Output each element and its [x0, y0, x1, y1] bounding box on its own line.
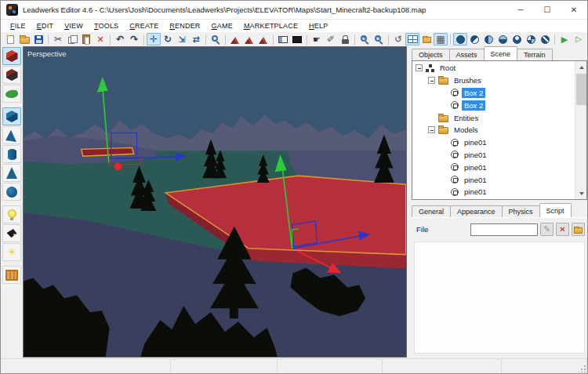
tree-row[interactable]: pine01	[412, 149, 574, 162]
tree-row[interactable]: Entities	[412, 111, 574, 124]
scene-tab-objects[interactable]: Objects	[412, 49, 450, 60]
menu-view[interactable]: View	[59, 21, 89, 31]
lock-selection-button[interactable]	[338, 33, 352, 45]
tree-row[interactable]: Box 2	[412, 99, 574, 111]
eyedropper-tool-button[interactable]: ✐	[324, 33, 338, 45]
script-file-input[interactable]	[470, 223, 538, 236]
tree-item-label[interactable]: Brushes	[452, 75, 484, 85]
undo-button[interactable]: ↶	[113, 33, 127, 45]
copy-button[interactable]	[65, 33, 79, 45]
run-game-debug-button[interactable]: ▷	[572, 33, 586, 45]
project-folder-button[interactable]	[419, 33, 434, 45]
tree-item-label[interactable]: Root	[437, 63, 458, 73]
render-mode-solid-button[interactable]	[453, 33, 467, 45]
minimize-button[interactable]: ─	[507, 1, 534, 19]
tree-item-label[interactable]: Box 2	[462, 100, 485, 111]
tree-item-label[interactable]: Box 2	[462, 88, 485, 98]
rotate-tool-button[interactable]: ↻	[161, 33, 175, 45]
primitive-box-button[interactable]	[2, 107, 21, 125]
delete-button[interactable]: ✕	[93, 33, 107, 45]
menu-render[interactable]: Render	[164, 21, 205, 31]
properties-tab-appearance[interactable]: Appearance	[450, 205, 503, 217]
tree-row[interactable]: pine01	[412, 186, 574, 198]
primitive-cylinder-button[interactable]	[2, 145, 21, 163]
menu-edit[interactable]: Edit	[31, 21, 59, 31]
tree-item-label[interactable]: Entities	[452, 113, 481, 123]
render-mode-4-button[interactable]	[495, 33, 510, 45]
render-mode-3-button[interactable]	[481, 33, 495, 45]
scene-tab-scene[interactable]: Scene	[484, 46, 518, 60]
menu-help[interactable]: Help	[303, 21, 333, 31]
viewport-layout-button[interactable]	[405, 33, 419, 45]
scroll-down-icon[interactable]	[575, 187, 587, 199]
collapse-icon[interactable]	[416, 64, 423, 71]
toggle-grid-button[interactable]: ▦	[434, 33, 448, 45]
spot-light-button[interactable]	[2, 224, 21, 242]
redo-button[interactable]: ↷	[127, 33, 141, 45]
point-light-button[interactable]	[2, 205, 21, 223]
tree-row[interactable]: Box 2	[412, 87, 574, 100]
tree-item-label[interactable]: pine01	[462, 175, 489, 185]
properties-tab-general[interactable]: General	[412, 205, 451, 217]
save-map-button[interactable]	[31, 33, 45, 45]
menu-marketplace[interactable]: Marketplace	[238, 21, 303, 31]
axis-toggle-button[interactable]: ⇄	[189, 33, 203, 45]
scroll-up-icon[interactable]	[575, 61, 587, 73]
directional-light-button[interactable]: ☀	[2, 243, 21, 261]
viewport-canvas[interactable]	[24, 47, 406, 357]
menu-tools[interactable]: Tools	[89, 21, 124, 31]
brush-add-button[interactable]	[2, 47, 21, 65]
brush-subtract-button[interactable]	[2, 66, 21, 84]
scene-tab-terrain[interactable]: Terrain	[517, 49, 553, 60]
tree-row[interactable]: Root	[412, 62, 574, 74]
properties-tab-script[interactable]: Script	[539, 203, 572, 217]
terrain-paint-button[interactable]	[256, 33, 270, 45]
tree-row[interactable]: pine01	[412, 136, 574, 149]
zoom-out-button[interactable]	[372, 33, 386, 45]
resize-grip-icon[interactable]	[579, 365, 586, 372]
primitive-sphere-button[interactable]	[2, 183, 21, 201]
scale-tool-button[interactable]: ⇲	[175, 33, 189, 45]
new-map-button[interactable]	[3, 33, 17, 45]
collapse-icon[interactable]	[428, 77, 435, 84]
render-mode-2-button[interactable]	[467, 33, 481, 45]
zoom-to-selection-button[interactable]	[209, 33, 223, 45]
tree-item-label[interactable]: pine01	[462, 137, 489, 147]
tree-row[interactable]: Brushes	[412, 74, 574, 87]
close-button[interactable]: ✕	[561, 1, 587, 19]
render-mode-7-button[interactable]	[538, 33, 552, 45]
terrain-smooth-button[interactable]	[242, 33, 256, 45]
maximize-button[interactable]: ☐	[534, 1, 561, 19]
tree-item-label[interactable]: Models	[452, 125, 481, 135]
tree-scrollbar[interactable]	[575, 61, 586, 199]
tree-row[interactable]: pine01	[412, 173, 574, 186]
remove-script-button[interactable]: ✕	[556, 223, 569, 236]
run-game-button[interactable]: ▶	[557, 33, 572, 45]
cut-button[interactable]: ✂	[51, 33, 65, 45]
tree-item-label[interactable]: pine01	[462, 187, 489, 197]
tree-row[interactable]: pine01	[412, 161, 574, 173]
edit-script-button[interactable]: ✎	[540, 223, 554, 236]
paste-button[interactable]	[79, 33, 93, 45]
perspective-viewport[interactable]: Perspective	[23, 46, 407, 358]
maximize-viewport-button[interactable]	[290, 33, 304, 45]
reset-camera-button[interactable]: ↺	[391, 33, 405, 45]
menu-create[interactable]: Create	[124, 21, 164, 31]
menu-game[interactable]: Game	[206, 21, 238, 31]
scene-tab-assets[interactable]: Assets	[449, 49, 485, 60]
move-tool-button[interactable]: ✛	[147, 33, 161, 45]
tree-row[interactable]: Models	[412, 124, 574, 136]
primitive-cone-button[interactable]	[2, 164, 21, 182]
pan-tool-button[interactable]: ☛	[310, 33, 324, 45]
render-mode-6-button[interactable]	[524, 33, 538, 45]
toggle-panels-button[interactable]	[276, 33, 290, 45]
tree-item-label[interactable]: pine01	[462, 162, 489, 172]
zoom-in-button[interactable]	[358, 33, 372, 45]
render-mode-5-button[interactable]	[510, 33, 524, 45]
browse-script-button[interactable]	[572, 223, 585, 236]
menu-file[interactable]: File	[5, 21, 31, 31]
terrain-patch-button[interactable]	[2, 85, 21, 103]
primitive-wedge-button[interactable]	[2, 126, 21, 144]
properties-tab-physics[interactable]: Physics	[502, 205, 540, 217]
prop-crate-button[interactable]	[2, 266, 21, 284]
